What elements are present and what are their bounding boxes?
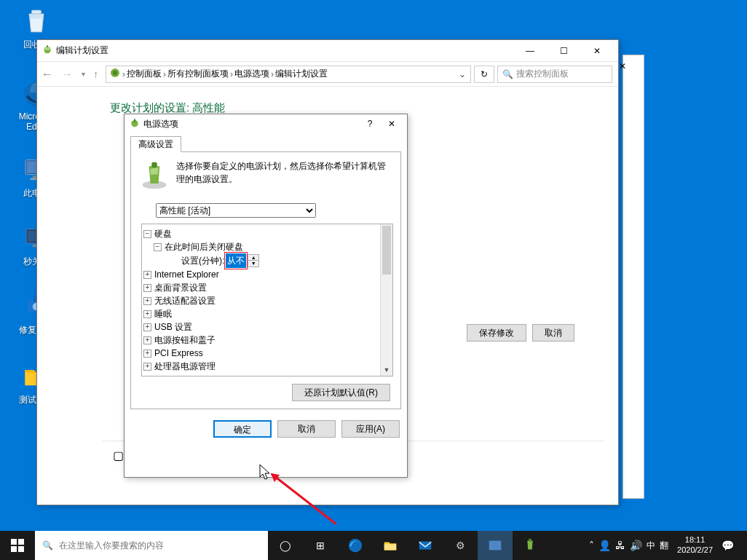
- pinned-edge[interactable]: [338, 531, 373, 560]
- breadcrumb-item[interactable]: 电源选项 ›: [234, 68, 274, 80]
- people-icon[interactable]: 👤: [598, 540, 611, 551]
- search-control-panel[interactable]: 🔍 搜索控制面板: [497, 66, 612, 83]
- tree-node[interactable]: 桌面背景设置: [154, 281, 207, 294]
- expand-icon[interactable]: +: [143, 323, 151, 331]
- tree-node[interactable]: 硬盘: [154, 227, 172, 240]
- breadcrumb-item[interactable]: 控制面板 ›: [127, 68, 166, 80]
- expand-icon[interactable]: +: [143, 350, 151, 358]
- setting-label: 设置(分钟):: [181, 254, 224, 267]
- tree-node[interactable]: USB 设置: [154, 320, 192, 334]
- start-button[interactable]: [0, 531, 35, 560]
- dialog-title: 电源选项: [141, 118, 359, 130]
- background-window[interactable]: ✕: [622, 55, 644, 499]
- cancel-button[interactable]: 取消: [277, 420, 336, 438]
- apply-button[interactable]: 应用(A): [341, 420, 400, 438]
- expand-icon[interactable]: +: [143, 336, 151, 344]
- network-icon[interactable]: 🖧: [615, 540, 625, 551]
- windows-icon: [11, 539, 24, 552]
- desktop: 回收站 Microsoft Edge 此电脑 秒关程 修复开机 测试123. ✕: [0, 0, 747, 560]
- svg-rect-19: [151, 162, 157, 167]
- forward-button[interactable]: →: [61, 68, 73, 81]
- power-icon: [42, 44, 53, 58]
- scroll-thumb[interactable]: [382, 226, 391, 275]
- tree-node[interactable]: Internet Explorer: [154, 268, 219, 281]
- tree-node[interactable]: 无线适配器设置: [154, 294, 216, 307]
- pinned-explorer[interactable]: [373, 531, 408, 560]
- breadcrumb-item[interactable]: 所有控制面板项 ›: [167, 68, 233, 80]
- ime-mode[interactable]: 翻: [660, 540, 668, 552]
- spin-down[interactable]: ▼: [248, 261, 258, 267]
- svg-rect-24: [11, 546, 17, 552]
- mail-icon: [417, 537, 433, 553]
- tree-scrollbar[interactable]: ▲ ▼: [380, 224, 392, 376]
- spinner-control[interactable]: ▲▼: [248, 254, 259, 267]
- scroll-down[interactable]: ▼: [381, 363, 392, 376]
- tree-node[interactable]: 处理器电源管理: [154, 360, 216, 373]
- expand-icon[interactable]: +: [143, 363, 151, 371]
- power-options-dialog: 电源选项 ? ✕ 高级设置 选择你要自定义的电源计划，然后选择你希望计算机管理的…: [124, 114, 408, 478]
- taskbar-search[interactable]: 🔍 在这里输入你要搜索的内容: [35, 531, 268, 560]
- dialog-intro-text: 选择你要自定义的电源计划，然后选择你希望计算机管理的电源设置。: [176, 159, 393, 192]
- cortana-button[interactable]: ◯: [268, 531, 303, 560]
- task-view-button[interactable]: ⊞: [303, 531, 338, 560]
- breadcrumb-item[interactable]: 编辑计划设置: [275, 68, 328, 80]
- pinned-mail[interactable]: [408, 531, 443, 560]
- tree-node[interactable]: 在此时间后关闭硬盘: [165, 240, 243, 253]
- back-button[interactable]: ←: [42, 68, 53, 81]
- taskview-icon: ⊞: [316, 540, 325, 551]
- window-icon: [487, 537, 503, 553]
- minimize-button[interactable]: —: [513, 40, 547, 62]
- svg-rect-25: [18, 546, 24, 552]
- setting-value-editor[interactable]: 从不 ▲▼: [226, 253, 259, 268]
- taskbar-cp-window[interactable]: [478, 531, 513, 560]
- tab-advanced[interactable]: 高级设置: [130, 136, 181, 152]
- restore-defaults-button[interactable]: 还原计划默认值(R): [292, 384, 390, 401]
- cancel-button[interactable]: 取消: [532, 324, 574, 342]
- pinned-settings[interactable]: ⚙: [443, 531, 478, 560]
- taskbar-clock[interactable]: 18:11 2020/2/27: [673, 535, 717, 556]
- recycle-bin-icon: [21, 6, 52, 36]
- dialog-titlebar[interactable]: 电源选项 ? ✕: [125, 114, 407, 133]
- ime-indicator[interactable]: 中: [647, 540, 655, 552]
- tree-node[interactable]: 电源按钮和盖子: [154, 334, 216, 347]
- folder-icon: [382, 537, 398, 553]
- expand-icon[interactable]: +: [143, 271, 151, 279]
- battery-icon: [138, 159, 170, 192]
- nav-bar: ← → ▾ ↑ › 控制面板 › 所有控制面板项 › 电源选项 › 编辑计划设置…: [37, 62, 618, 87]
- action-center-icon[interactable]: 💬: [722, 540, 734, 551]
- up-button[interactable]: ↑: [93, 68, 98, 80]
- svg-rect-23: [18, 539, 24, 545]
- close-button[interactable]: ✕: [580, 40, 614, 62]
- edge-icon: [347, 537, 363, 553]
- search-icon: 🔍: [42, 540, 53, 551]
- volume-icon[interactable]: 🔊: [630, 540, 642, 551]
- recent-dropdown[interactable]: ▾: [82, 70, 85, 78]
- save-button[interactable]: 保存修改: [467, 324, 526, 342]
- power-icon: [129, 117, 141, 131]
- refresh-button[interactable]: ↻: [474, 66, 494, 83]
- help-button[interactable]: ?: [359, 119, 381, 129]
- settings-tree[interactable]: −硬盘 −在此时间后关闭硬盘 设置(分钟): 从不 ▲▼ +Internet E…: [142, 224, 392, 376]
- svg-point-15: [113, 71, 118, 76]
- window-title: 编辑计划设置: [53, 44, 513, 57]
- tray-chevron-icon[interactable]: ˄: [589, 540, 594, 551]
- tree-node[interactable]: PCI Express: [154, 347, 203, 360]
- ok-button[interactable]: 确定: [213, 420, 272, 438]
- expand-icon[interactable]: +: [143, 297, 151, 305]
- titlebar[interactable]: 编辑计划设置 — ☐ ✕: [37, 40, 618, 62]
- collapse-icon[interactable]: −: [143, 230, 151, 238]
- maximize-button[interactable]: ☐: [547, 40, 580, 62]
- tree-node[interactable]: 睡眠: [154, 307, 172, 320]
- search-placeholder: 搜索控制面板: [516, 68, 569, 80]
- setting-value[interactable]: 从不: [226, 253, 246, 268]
- search-icon: 🔍: [502, 69, 513, 79]
- plan-select[interactable]: 高性能 [活动]: [156, 203, 316, 218]
- collapse-icon[interactable]: −: [154, 243, 162, 251]
- address-dropdown[interactable]: ⌄: [457, 69, 467, 79]
- cp-icon: [109, 67, 121, 81]
- address-bar[interactable]: › 控制面板 › 所有控制面板项 › 电源选项 › 编辑计划设置 ⌄: [106, 66, 471, 83]
- expand-icon[interactable]: +: [143, 310, 151, 318]
- close-button[interactable]: ✕: [381, 119, 403, 129]
- taskbar-power-dialog[interactable]: [513, 531, 548, 560]
- expand-icon[interactable]: +: [143, 284, 151, 292]
